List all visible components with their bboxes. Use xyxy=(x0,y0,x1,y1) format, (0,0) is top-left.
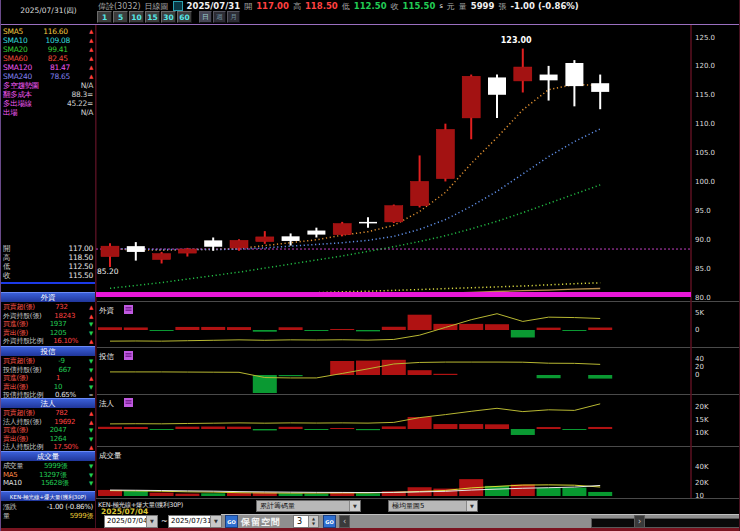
chart-area[interactable]: 123.0085.20125.0120.0115.0110.0105.0100.… xyxy=(96,24,740,500)
svg-text:110.0: 110.0 xyxy=(695,120,715,128)
timeframe-button-1[interactable]: 1 xyxy=(97,11,112,23)
svg-text:90.0: 90.0 xyxy=(695,236,711,244)
spin-down-icon[interactable]: ▼ xyxy=(308,521,318,527)
chevron-down-icon[interactable]: ▼ xyxy=(210,516,221,527)
timeframe-button-10[interactable]: 10 xyxy=(129,11,144,23)
timeframe-button-30[interactable]: 30 xyxy=(161,11,176,23)
sidebar-row: SMA6082.45▲ xyxy=(3,54,93,63)
svg-text:0: 0 xyxy=(695,371,699,379)
purple-divider xyxy=(1,24,740,25)
period-button-3[interactable]: 月 xyxy=(227,11,240,23)
high-label: 高 xyxy=(293,1,301,12)
candle xyxy=(333,222,351,236)
svg-text:105.0: 105.0 xyxy=(695,149,715,157)
timeframe-button-60[interactable]: 60 xyxy=(177,11,192,23)
open-value: 117.00 xyxy=(256,1,289,11)
panel-grid-icon xyxy=(124,398,133,407)
svg-text:40K: 40K xyxy=(695,463,709,471)
volume-style-dropdown[interactable]: 極均量圖5 ▼ xyxy=(388,500,478,512)
collapse-left-icon[interactable]: ‹ xyxy=(339,515,350,528)
blue-separator xyxy=(1,282,95,284)
svg-text:95.0: 95.0 xyxy=(695,207,711,215)
sidebar-row: 多空趨勢圖N/A xyxy=(3,81,93,90)
unit-label: 元 xyxy=(447,1,455,12)
svg-text:投信: 投信 xyxy=(98,352,115,361)
sidebar-row: SMA12081.47▲ xyxy=(3,63,93,72)
svg-text:成交量: 成交量 xyxy=(99,451,122,460)
expand-right-icon[interactable]: › xyxy=(634,515,645,528)
volume-value: 5999 xyxy=(471,1,495,11)
svg-text:20K: 20K xyxy=(695,403,709,411)
tilde-separator: ~ xyxy=(161,517,168,526)
svg-text:15K: 15K xyxy=(695,416,709,424)
sidebar-row: 開117.00 xyxy=(3,244,93,253)
period-button-2[interactable]: 週 xyxy=(213,11,226,23)
sidebar-row: 外資持股比例16.10%▲ xyxy=(3,337,93,346)
volume-label: 量 xyxy=(459,1,467,12)
main-chart[interactable]: 123.0085.20125.0120.0115.0110.0105.0100.… xyxy=(96,24,740,500)
period-button-1[interactable]: 日 xyxy=(199,11,212,23)
sidebar-row: SMA24078.65▲ xyxy=(3,72,93,81)
svg-text:115.0: 115.0 xyxy=(695,91,715,99)
svg-text:0: 0 xyxy=(695,326,699,334)
svg-text:100.0: 100.0 xyxy=(695,178,715,186)
svg-text:外資: 外資 xyxy=(99,306,115,315)
sidebar-row: 高118.50 xyxy=(3,253,93,262)
date-from-select[interactable]: 2025/07/04 ▼ xyxy=(104,515,158,528)
topbar: 偉詮(3032) 日線圖 2025/07/31 開 117.00 高 118.5… xyxy=(96,0,739,24)
open-label: 開 xyxy=(244,1,252,12)
svg-text:10K: 10K xyxy=(695,429,709,437)
sidebar-row: 低112.50 xyxy=(3,262,93,271)
timeframe-toolbar: 1510153060日週月 xyxy=(97,10,241,24)
cumulative-chips-dropdown[interactable]: 累計籌碼量 ▼ xyxy=(256,500,361,512)
sidebar-section-header: KEN-極光線+爆大量(獲利30P) xyxy=(1,491,95,501)
svg-text:40: 40 xyxy=(695,355,704,363)
change-value: -1.00 (-0.86%) xyxy=(510,1,578,11)
close-value: 115.50 xyxy=(403,1,436,11)
high-value: 118.50 xyxy=(305,1,338,11)
sidebar-row: 漲跌-1.00 (-0.86%) xyxy=(3,503,93,512)
sidebar-row: 多出場線45.22= xyxy=(3,99,93,108)
svg-text:80.0: 80.0 xyxy=(695,294,711,302)
svg-text:法人: 法人 xyxy=(99,399,115,408)
candle xyxy=(436,124,454,182)
sidebar-row: MA1015628張▼ xyxy=(3,479,93,488)
svg-text:85.20: 85.20 xyxy=(97,267,119,276)
timeframe-button-5[interactable]: 5 xyxy=(113,11,128,23)
sidebar-row: 收115.50 xyxy=(3,271,93,280)
status-input[interactable] xyxy=(591,518,740,528)
sidebar-section-header: 成交量 xyxy=(1,451,95,461)
close-label: 收 xyxy=(391,1,399,12)
svg-text:20: 20 xyxy=(695,363,704,371)
trading-app-window: 2025/07/31(四) 偉詮(3032) 日線圖 2025/07/31 開 … xyxy=(0,0,740,531)
sidebar-row: 出場N/A xyxy=(3,108,93,117)
sidebar-row: SMA5116.60▲ xyxy=(3,27,93,36)
candle xyxy=(385,205,403,223)
low-label: 低 xyxy=(342,1,350,12)
panel-grid-icon xyxy=(124,351,133,360)
date-to-select[interactable]: 2025/07/31 ▼ xyxy=(168,515,222,528)
chevron-down-icon[interactable]: ▼ xyxy=(466,501,477,511)
chevron-down-icon[interactable]: ▼ xyxy=(349,501,360,511)
sidebar: SMA5116.60▲SMA10109.08▲SMA2099.41▲SMA608… xyxy=(1,24,96,531)
chevron-down-icon[interactable]: ▼ xyxy=(146,516,157,527)
go-button-2[interactable]: GO xyxy=(323,515,336,528)
s-flag: s xyxy=(439,2,442,10)
volume-unit: 張 xyxy=(498,1,506,12)
svg-text:10: 10 xyxy=(695,492,704,500)
sidebar-section-header: 外資 xyxy=(1,292,95,302)
sidebar-row: 翻多成本88.3= xyxy=(3,90,93,99)
go-button[interactable]: GO xyxy=(225,515,238,528)
sidebar-row: SMA10109.08▲ xyxy=(3,36,93,45)
svg-text:125.0: 125.0 xyxy=(695,34,715,42)
panel-grid-icon xyxy=(124,305,133,314)
low-value: 112.50 xyxy=(354,1,387,11)
timeframe-button-15[interactable]: 15 xyxy=(145,11,160,23)
svg-text:123.00: 123.00 xyxy=(501,36,532,45)
sidebar-section-header: 法人 xyxy=(1,398,95,408)
svg-text:5K: 5K xyxy=(695,309,704,317)
sidebar-section-header: 投信 xyxy=(1,346,95,356)
keep-space-spinner[interactable]: 3 ▲ ▼ xyxy=(293,515,319,528)
svg-text:20K: 20K xyxy=(695,479,709,487)
svg-text:120.0: 120.0 xyxy=(695,62,715,70)
